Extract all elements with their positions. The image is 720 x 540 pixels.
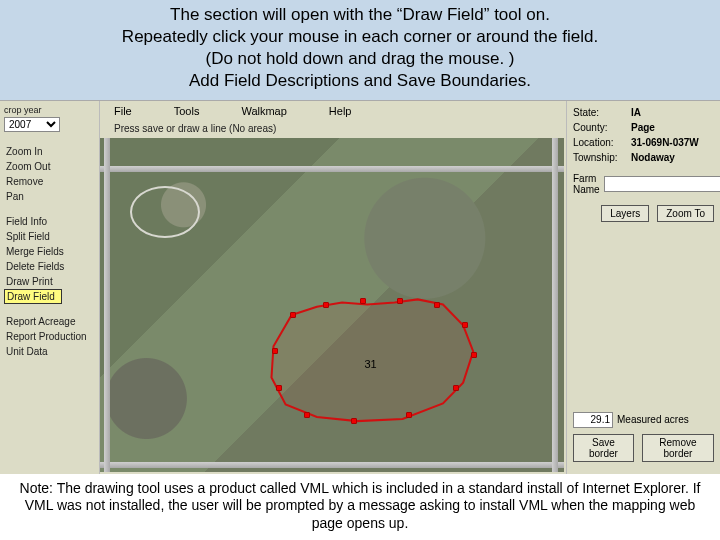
township-value: Nodaway	[631, 152, 675, 163]
footer-note: Note: The drawing tool uses a product ca…	[0, 474, 720, 541]
location-label: Location:	[573, 137, 627, 148]
menu-help[interactable]: Help	[329, 105, 352, 117]
measured-acres-input[interactable]	[573, 412, 613, 428]
drawn-field-polygon	[100, 138, 564, 471]
crop-year-select[interactable]: 2007	[4, 117, 60, 132]
zoom-to-button[interactable]: Zoom To	[657, 205, 714, 222]
vertex-marker[interactable]	[434, 302, 440, 308]
banner-line: Repeatedly click your mouse in each corn…	[10, 26, 710, 48]
county-value: Page	[631, 122, 655, 133]
vertex-marker[interactable]	[272, 348, 278, 354]
vertex-marker[interactable]	[462, 322, 468, 328]
center-pane: File Tools Walkmap Help Press save or dr…	[100, 101, 566, 473]
vertex-marker[interactable]	[323, 302, 329, 308]
location-value: 31-069N-037W	[631, 137, 699, 148]
save-border-button[interactable]: Save border	[573, 434, 634, 462]
banner-line: (Do not hold down and drag the mouse. )	[10, 48, 710, 70]
farm-name-input[interactable]	[604, 176, 720, 192]
tool-report-acreage[interactable]: Report Acreage	[4, 314, 95, 329]
menu-tools[interactable]: Tools	[174, 105, 200, 117]
crop-year-label: crop year	[4, 105, 95, 115]
tool-draw-field[interactable]: Draw Field	[4, 289, 62, 304]
status-hint: Press save or draw a line (No areas)	[100, 121, 566, 138]
township-label: Township:	[573, 152, 627, 163]
vertex-marker[interactable]	[471, 352, 477, 358]
tool-merge-fields[interactable]: Merge Fields	[4, 244, 95, 259]
tool-remove[interactable]: Remove	[4, 174, 95, 189]
tool-zoom-out[interactable]: Zoom Out	[4, 159, 95, 174]
tool-unit-data[interactable]: Unit Data	[4, 344, 95, 359]
map-canvas[interactable]: 31	[100, 138, 564, 471]
tool-field-info[interactable]: Field Info	[4, 214, 95, 229]
right-panel: State:IA County:Page Location:31-069N-03…	[566, 101, 720, 473]
vertex-marker[interactable]	[351, 418, 357, 424]
state-label: State:	[573, 107, 627, 118]
tool-report-production[interactable]: Report Production	[4, 329, 95, 344]
app-frame: crop year 2007 Zoom In Zoom Out Remove P…	[0, 100, 720, 473]
county-label: County:	[573, 122, 627, 133]
vertex-marker[interactable]	[397, 298, 403, 304]
tool-split-field[interactable]: Split Field	[4, 229, 95, 244]
farm-name-label: Farm Name	[573, 173, 600, 195]
vertex-marker[interactable]	[276, 385, 282, 391]
vertex-marker[interactable]	[304, 412, 310, 418]
tool-draw-print[interactable]: Draw Print	[4, 274, 95, 289]
measured-acres-label: Measured acres	[617, 414, 689, 425]
menu-file[interactable]: File	[114, 105, 132, 117]
menubar: File Tools Walkmap Help	[100, 101, 566, 121]
tool-pan[interactable]: Pan	[4, 189, 95, 204]
banner-line: The section will open with the “Draw Fie…	[10, 4, 710, 26]
field-number-label: 31	[364, 358, 376, 370]
vertex-marker[interactable]	[406, 412, 412, 418]
remove-border-button[interactable]: Remove border	[642, 434, 714, 462]
vertex-marker[interactable]	[453, 385, 459, 391]
tool-zoom-in[interactable]: Zoom In	[4, 144, 95, 159]
layers-button[interactable]: Layers	[601, 205, 649, 222]
vertex-marker[interactable]	[290, 312, 296, 318]
menu-walkmap[interactable]: Walkmap	[241, 105, 286, 117]
tool-delete-fields[interactable]: Delete Fields	[4, 259, 95, 274]
left-toolbar: crop year 2007 Zoom In Zoom Out Remove P…	[0, 101, 100, 473]
banner-line: Add Field Descriptions and Save Boundari…	[10, 70, 710, 92]
instruction-banner: The section will open with the “Draw Fie…	[0, 0, 720, 100]
vertex-marker[interactable]	[360, 298, 366, 304]
state-value: IA	[631, 107, 641, 118]
